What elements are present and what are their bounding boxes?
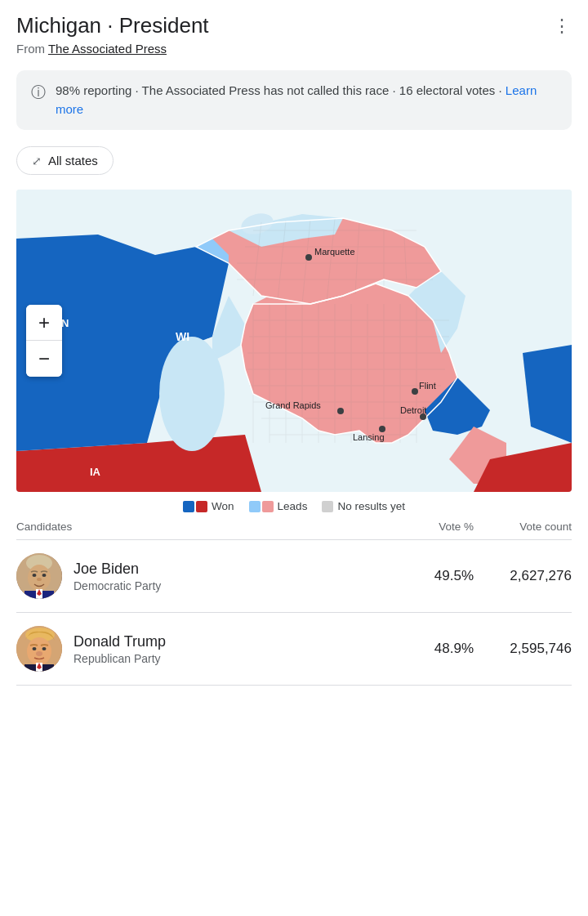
table-header: Candidates Vote % Vote count [16, 512, 572, 540]
legend-won-dem-color [183, 501, 194, 512]
avatar-trump [16, 626, 62, 672]
biden-vote-count: 2,627,276 [474, 568, 572, 584]
col-header-vote-pct: Vote % [400, 521, 474, 533]
trump-vote-pct: 48.9% [400, 641, 474, 657]
candidate-info-trump: Donald Trump Republican Party [74, 633, 400, 665]
col-header-candidates: Candidates [16, 521, 400, 533]
zoom-out-button[interactable]: − [26, 341, 62, 377]
more-options-icon[interactable]: ⋮ [553, 16, 572, 37]
svg-text:N: N [61, 317, 69, 329]
svg-text:IA: IA [90, 466, 101, 478]
col-header-vote-count: Vote count [474, 521, 572, 533]
candidate-party-trump: Republican Party [74, 652, 400, 665]
legend-won-label: Won [212, 500, 234, 512]
candidate-name-trump: Donald Trump [74, 633, 400, 650]
svg-point-33 [305, 254, 312, 261]
info-text: 98% reporting · The Associated Press has… [56, 82, 557, 118]
svg-text:Flint: Flint [419, 381, 436, 391]
map-legend: Won Leads No results yet [16, 500, 572, 512]
svg-point-59 [42, 647, 47, 650]
svg-point-34 [412, 388, 418, 395]
svg-point-49 [33, 574, 37, 577]
legend-no-results-label: No results yet [337, 500, 405, 512]
info-box: ⓘ 98% reporting · The Associated Press h… [16, 70, 572, 130]
info-icon: ⓘ [31, 83, 46, 102]
candidate-party-biden: Democratic Party [74, 579, 400, 592]
svg-text:WI: WI [176, 330, 189, 343]
zoom-controls: + − [26, 305, 62, 377]
legend-won: Won [183, 500, 234, 512]
legend-leads: Leads [249, 500, 308, 512]
zoom-in-button[interactable]: + [26, 305, 62, 341]
legend-no-result-color [322, 501, 333, 512]
biden-vote-pct: 49.5% [400, 568, 474, 584]
avatar-biden [16, 553, 62, 599]
candidate-info-biden: Joe Biden Democratic Party [74, 561, 400, 592]
legend-no-results: No results yet [322, 500, 405, 512]
svg-point-37 [379, 426, 385, 432]
svg-point-58 [33, 647, 37, 650]
legend-leads-dem-color [249, 501, 261, 512]
trump-vote-count: 2,595,746 [474, 641, 572, 657]
svg-text:Detroit: Detroit [400, 405, 426, 415]
expand-icon: ⤢ [32, 154, 42, 168]
source-line: From The Associated Press [16, 42, 572, 56]
candidate-row-biden: Joe Biden Democratic Party 49.5% 2,627,2… [16, 540, 572, 613]
svg-text:Lansing: Lansing [353, 432, 385, 442]
candidate-name-biden: Joe Biden [74, 561, 400, 578]
candidate-row-trump: Donald Trump Republican Party 48.9% 2,59… [16, 613, 572, 686]
legend-leads-rep-color [262, 501, 274, 512]
svg-point-50 [42, 574, 47, 577]
map-container: Marquette Flint Grand Rapids Detroit Lan… [16, 190, 572, 492]
svg-text:Grand Rapids: Grand Rapids [265, 400, 321, 410]
page-title: Michigan · President [16, 13, 209, 38]
svg-point-35 [337, 408, 344, 414]
svg-point-51 [37, 578, 42, 581]
svg-point-60 [36, 651, 42, 656]
legend-leads-label: Leads [278, 500, 308, 512]
ap-link[interactable]: The Associated Press [48, 42, 167, 56]
svg-point-1 [159, 337, 225, 451]
svg-text:Marquette: Marquette [314, 247, 355, 257]
legend-won-rep-color [196, 501, 207, 512]
all-states-button[interactable]: ⤢ All states [16, 146, 114, 175]
